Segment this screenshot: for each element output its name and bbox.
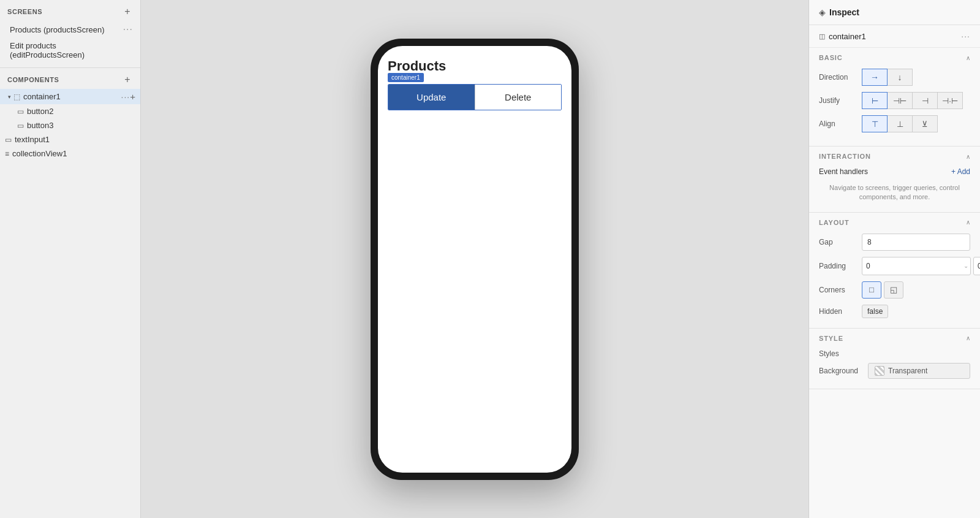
components-section: COMPONENTS + ▾ ⬚ container1 ··· + ▭ butt…: [0, 68, 140, 518]
align-btn-center[interactable]: ⊥: [887, 115, 913, 132]
tree-plus-container1[interactable]: +: [130, 91, 135, 102]
tree-label-container1: container1: [23, 92, 121, 101]
layout-collapse-icon[interactable]: ∧: [966, 219, 970, 226]
tree-label-collectionview1: collectionView1: [12, 149, 135, 158]
justify-btn-spread[interactable]: ⊣·⊢: [937, 92, 963, 109]
gap-row: Gap: [819, 234, 970, 251]
basic-section-label: BASIC: [819, 54, 843, 61]
section-basic-header[interactable]: BASIC ∧: [809, 48, 980, 66]
screen-item-edit[interactable]: Edit products (editProductsScreen): [0, 38, 140, 63]
chevron-container1[interactable]: ▾: [5, 93, 13, 101]
styles-sub-label: Styles: [819, 349, 970, 358]
padding-label: Padding: [819, 262, 862, 270]
main-canvas: Products container1 Update Delete: [141, 0, 809, 518]
justify-buttons: ⊢ ⊣⊢ ⊣ ⊣·⊢: [862, 92, 970, 109]
align-buttons: ⊤ ⊥ ⊻: [862, 115, 970, 132]
screen-dots-products[interactable]: ···: [123, 24, 133, 35]
background-value-text: Transparent: [888, 367, 927, 375]
component-name-row: ◫ container1: [819, 32, 866, 41]
interaction-section-content: Event handlers + Add Navigate to screens…: [809, 165, 980, 212]
component-name-label: container1: [829, 32, 866, 41]
layout-section-label: LAYOUT: [819, 219, 850, 226]
tree-item-button3[interactable]: ▭ button3: [0, 118, 140, 132]
corner-buttons: □ ◱: [862, 281, 903, 299]
align-row: Align ⊤ ⊥ ⊻: [819, 115, 970, 132]
inspect-header: ◈ Inspect: [809, 0, 980, 25]
screen-title: Products: [388, 58, 562, 74]
style-section-content: Styles Background Transparent: [809, 347, 980, 389]
section-style-header[interactable]: STYLE ∧: [809, 329, 980, 347]
screen-name-products: Products (productsScreen): [10, 25, 123, 34]
interaction-section-label: INTERACTION: [819, 153, 871, 160]
component-options-button[interactable]: ···: [961, 31, 970, 41]
tree-item-container1[interactable]: ▾ ⬚ container1 ··· +: [0, 89, 140, 104]
padding-input-1[interactable]: [862, 257, 962, 275]
section-layout-header[interactable]: LAYOUT ∧: [809, 213, 980, 231]
padding-input-wrap-2: ⌄: [973, 257, 980, 275]
components-add-button[interactable]: +: [122, 74, 133, 85]
corner-btn-square[interactable]: □: [862, 281, 881, 299]
align-btn-top[interactable]: ⊤: [862, 115, 888, 132]
event-handlers-row: Event handlers + Add: [819, 167, 970, 176]
corners-label: Corners: [819, 286, 862, 294]
tree-label-textinput1: textInput1: [15, 135, 135, 144]
justify-row: Justify ⊢ ⊣⊢ ⊣ ⊣·⊢: [819, 92, 970, 109]
inspect-tab[interactable]: Inspect: [829, 7, 859, 17]
style-collapse-icon[interactable]: ∧: [966, 335, 970, 341]
component-type-icon: ◫: [819, 32, 825, 40]
padding-input-2[interactable]: [974, 257, 980, 275]
section-style: STYLE ∧ Styles Background Transparent: [809, 329, 980, 389]
tree-dots-container1[interactable]: ···: [121, 92, 130, 102]
tree-item-button2[interactable]: ▭ button2: [0, 104, 140, 118]
direction-label: Direction: [819, 73, 862, 82]
screen-name-edit: Edit products (editProductsScreen): [10, 41, 133, 59]
padding-arrow-1[interactable]: ⌄: [962, 262, 970, 269]
basic-collapse-icon[interactable]: ∧: [966, 55, 970, 61]
tree-item-collectionview1[interactable]: ≡ collectionView1: [0, 147, 140, 161]
justify-btn-end[interactable]: ⊣: [912, 92, 938, 109]
phone-mockup: Products container1 Update Delete: [371, 39, 579, 480]
justify-label: Justify: [819, 96, 862, 105]
justify-btn-start[interactable]: ⊢: [862, 92, 888, 109]
screens-section: SCREENS + Products (productsScreen) ··· …: [0, 0, 140, 68]
text-input-icon-textinput1: ▭: [5, 135, 12, 144]
justify-btn-center[interactable]: ⊣⊢: [887, 92, 913, 109]
hidden-label: Hidden: [819, 307, 862, 316]
components-header: COMPONENTS +: [0, 68, 140, 89]
direction-btn-right[interactable]: →: [862, 69, 888, 86]
background-value-box[interactable]: Transparent: [868, 363, 970, 379]
section-interaction: INTERACTION ∧ Event handlers + Add Navig…: [809, 147, 980, 213]
padding-row: Padding ⌄ ⌄: [819, 257, 970, 275]
delete-button[interactable]: Delete: [475, 85, 562, 110]
background-label: Background: [819, 367, 868, 375]
direction-btn-down[interactable]: ↓: [887, 69, 913, 86]
left-sidebar: SCREENS + Products (productsScreen) ··· …: [0, 0, 141, 518]
button-icon-button3: ▭: [17, 121, 24, 130]
interaction-collapse-icon[interactable]: ∧: [966, 153, 970, 160]
update-button[interactable]: Update: [388, 85, 475, 110]
basic-section-content: Direction → ↓ Justify ⊢ ⊣⊢ ⊣ ⊣·⊢ Align: [809, 66, 980, 146]
tree-item-textinput1[interactable]: ▭ textInput1: [0, 132, 140, 147]
tree-label-button3: button3: [27, 121, 135, 130]
components-title: COMPONENTS: [7, 76, 59, 83]
screens-add-button[interactable]: +: [122, 6, 133, 17]
screen-item-products[interactable]: Products (productsScreen) ···: [0, 21, 140, 38]
container1-box: Update Delete: [388, 84, 562, 110]
direction-buttons: → ↓: [862, 69, 970, 86]
background-row: Background Transparent: [819, 363, 970, 379]
inspect-icon: ◈: [819, 7, 826, 17]
corners-row: Corners □ ◱: [819, 281, 970, 299]
section-layout: LAYOUT ∧ Gap Padding ⌄ ⌄: [809, 213, 980, 329]
add-event-handler-button[interactable]: + Add: [951, 167, 970, 176]
corner-btn-round[interactable]: ◱: [884, 281, 903, 299]
gap-input[interactable]: [862, 234, 970, 251]
hidden-value[interactable]: false: [862, 305, 888, 318]
direction-row: Direction → ↓: [819, 69, 970, 86]
container1-label: container1: [388, 73, 424, 82]
section-interaction-header[interactable]: INTERACTION ∧: [809, 147, 980, 165]
phone-content: Products container1 Update Delete: [378, 46, 571, 473]
layout-section-content: Gap Padding ⌄ ⌄ Corne: [809, 231, 980, 328]
align-btn-bottom[interactable]: ⊻: [912, 115, 938, 132]
component-header-bar: ◫ container1 ···: [809, 25, 980, 48]
screens-title: SCREENS: [7, 8, 42, 15]
